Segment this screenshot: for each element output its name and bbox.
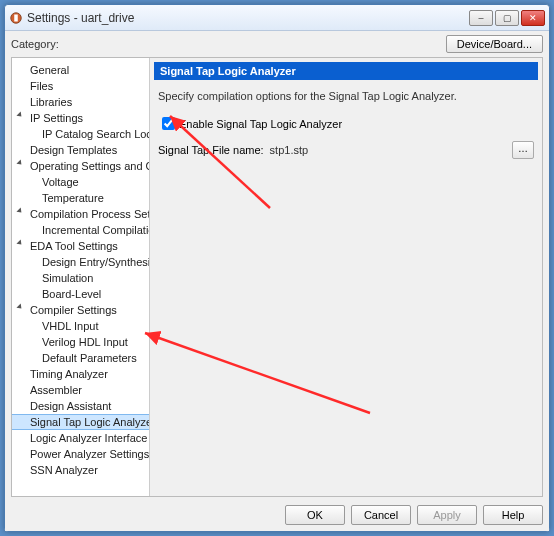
expand-icon[interactable] — [16, 303, 23, 310]
split-pane: GeneralFilesLibrariesIP SettingsIP Catal… — [11, 57, 543, 497]
maximize-button[interactable]: ▢ — [495, 10, 519, 26]
tree-item[interactable]: IP Settings — [12, 110, 149, 126]
tree-item-label: Signal Tap Logic Analyzer — [30, 416, 150, 428]
top-row: Category: Device/Board... — [11, 33, 543, 57]
file-name-label: Signal Tap File name: — [158, 144, 264, 156]
app-icon — [9, 11, 23, 25]
tree-item[interactable]: Design Templates — [12, 142, 149, 158]
tree-item-label: Design Assistant — [30, 400, 111, 412]
tree-item[interactable]: SSN Analyzer — [12, 462, 149, 478]
tree-item[interactable]: Default Parameters — [12, 350, 149, 366]
content-area: Category: Device/Board... GeneralFilesLi… — [5, 31, 549, 531]
tree-item-label: Logic Analyzer Interface — [30, 432, 147, 444]
tree-item-label: Design Entry/Synthesis — [42, 256, 150, 268]
tree-item[interactable]: Power Analyzer Settings — [12, 446, 149, 462]
expand-icon[interactable] — [16, 207, 23, 214]
tree-item-label: Verilog HDL Input — [42, 336, 128, 348]
tree-item-label: Operating Settings and Conditions — [30, 160, 150, 172]
enable-signaltap-checkbox[interactable] — [162, 117, 175, 130]
tree-item[interactable]: Simulation — [12, 270, 149, 286]
right-pane: Signal Tap Logic Analyzer Specify compil… — [150, 58, 542, 496]
tree-item-label: VHDL Input — [42, 320, 98, 332]
tree-item-label: Simulation — [42, 272, 93, 284]
file-row: Signal Tap File name: stp1.stp … — [154, 139, 538, 161]
tree-item[interactable]: Files — [12, 78, 149, 94]
tree-item[interactable]: Logic Analyzer Interface — [12, 430, 149, 446]
svg-line-3 — [145, 333, 370, 413]
tree-item-label: Design Templates — [30, 144, 117, 156]
tree-item[interactable]: Incremental Compilation — [12, 222, 149, 238]
tree-item[interactable]: Voltage — [12, 174, 149, 190]
tree-item-label: Default Parameters — [42, 352, 137, 364]
tree-item[interactable]: IP Catalog Search Locations — [12, 126, 149, 142]
file-name-value: stp1.stp — [270, 144, 506, 156]
tree-item-label: Compiler Settings — [30, 304, 117, 316]
tree-item[interactable]: Compilation Process Settings — [12, 206, 149, 222]
tree-item-label: Voltage — [42, 176, 79, 188]
tree-item[interactable]: Design Assistant — [12, 398, 149, 414]
button-bar: OK Cancel Apply Help — [11, 497, 543, 525]
section-description: Specify compilation options for the Sign… — [154, 80, 538, 112]
tree-item-label: Files — [30, 80, 53, 92]
device-board-button[interactable]: Device/Board... — [446, 35, 543, 53]
expand-icon[interactable] — [16, 239, 23, 246]
annotation-arrow-to-tree-item — [130, 318, 390, 438]
expand-icon[interactable] — [16, 111, 23, 118]
tree-item-label: Power Analyzer Settings — [30, 448, 149, 460]
titlebar: Settings - uart_drive – ▢ ✕ — [5, 5, 549, 31]
section-header: Signal Tap Logic Analyzer — [154, 62, 538, 80]
tree-item[interactable]: EDA Tool Settings — [12, 238, 149, 254]
cancel-button[interactable]: Cancel — [351, 505, 411, 525]
tree-item[interactable]: Board-Level — [12, 286, 149, 302]
enable-row: Enable Signal Tap Logic Analyzer — [154, 112, 538, 139]
tree-item-label: Assembler — [30, 384, 82, 396]
enable-signaltap-label[interactable]: Enable Signal Tap Logic Analyzer — [179, 118, 342, 130]
tree-item[interactable]: Compiler Settings — [12, 302, 149, 318]
help-button[interactable]: Help — [483, 505, 543, 525]
tree-item-label: IP Settings — [30, 112, 83, 124]
close-button[interactable]: ✕ — [521, 10, 545, 26]
tree-item-label: SSN Analyzer — [30, 464, 98, 476]
svg-rect-1 — [14, 14, 18, 21]
ok-button[interactable]: OK — [285, 505, 345, 525]
tree-item[interactable]: Verilog HDL Input — [12, 334, 149, 350]
tree-item[interactable]: Assembler — [12, 382, 149, 398]
tree-item[interactable]: Temperature — [12, 190, 149, 206]
tree-item-label: Incremental Compilation — [42, 224, 150, 236]
tree-item-label: Compilation Process Settings — [30, 208, 150, 220]
tree-item[interactable]: VHDL Input — [12, 318, 149, 334]
tree-item-label: Libraries — [30, 96, 72, 108]
category-tree[interactable]: GeneralFilesLibrariesIP SettingsIP Catal… — [12, 58, 150, 496]
settings-window: Settings - uart_drive – ▢ ✕ Category: De… — [4, 4, 550, 532]
category-label: Category: — [11, 38, 446, 50]
tree-item-label: EDA Tool Settings — [30, 240, 118, 252]
window-title: Settings - uart_drive — [27, 11, 467, 25]
tree-item[interactable]: Design Entry/Synthesis — [12, 254, 149, 270]
tree-item[interactable]: General — [12, 62, 149, 78]
tree-item-label: General — [30, 64, 69, 76]
tree-item-label: Temperature — [42, 192, 104, 204]
browse-button[interactable]: … — [512, 141, 534, 159]
tree-item-label: Timing Analyzer — [30, 368, 108, 380]
tree-item[interactable]: Operating Settings and Conditions — [12, 158, 149, 174]
tree-item-label: Board-Level — [42, 288, 101, 300]
apply-button[interactable]: Apply — [417, 505, 477, 525]
minimize-button[interactable]: – — [469, 10, 493, 26]
tree-item[interactable]: Signal Tap Logic Analyzer — [12, 414, 149, 430]
tree-item-label: IP Catalog Search Locations — [42, 128, 150, 140]
tree-item[interactable]: Libraries — [12, 94, 149, 110]
tree-item[interactable]: Timing Analyzer — [12, 366, 149, 382]
expand-icon[interactable] — [16, 159, 23, 166]
